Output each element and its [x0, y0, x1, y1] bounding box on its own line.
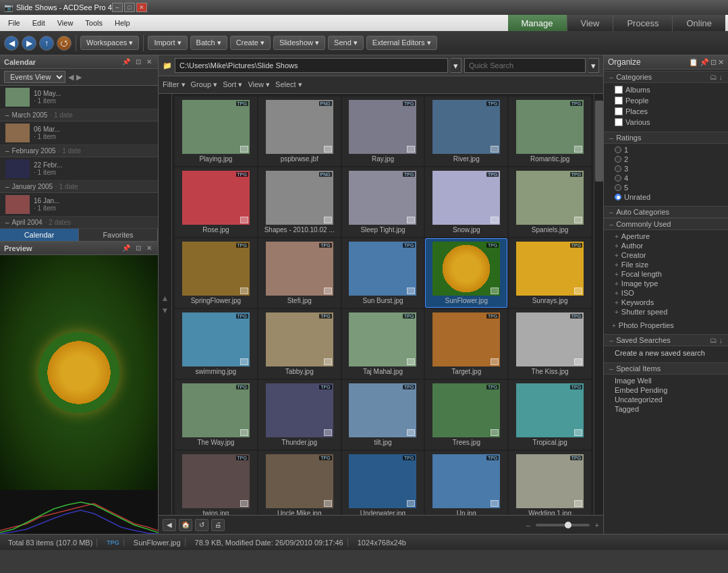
file-item[interactable]: TPGSnow.jpg	[425, 167, 507, 237]
grid-scroll-thumb[interactable]	[595, 101, 603, 182]
menu-file[interactable]: File	[3, 18, 26, 28]
people-checkbox[interactable]	[615, 97, 623, 105]
keywords-expand-icon[interactable]: +	[615, 299, 619, 306]
file-item[interactable]: TPGThe Kiss.jpg	[509, 309, 591, 379]
prop-keywords[interactable]: + Keywords	[615, 298, 723, 307]
file-item[interactable]: TPGRiver.jpg	[425, 97, 507, 166]
file-item[interactable]: TPGUp.jpg	[425, 451, 507, 515]
preview-panel-close[interactable]: ✕	[144, 244, 154, 252]
file-checkbox[interactable]	[407, 146, 415, 153]
maximize-button[interactable]: □	[124, 3, 135, 12]
imagetype-expand-icon[interactable]: +	[615, 280, 619, 288]
auto-categories-section-header[interactable]: – Auto Categories	[604, 206, 728, 218]
file-checkbox[interactable]	[407, 358, 415, 365]
file-item[interactable]: TPGSpaniels.jpg	[509, 167, 591, 237]
group-button[interactable]: Group ▾	[191, 80, 218, 89]
zoom-slider-track[interactable]	[536, 524, 590, 526]
cal-item-may10[interactable]: 10 May... · 1 item	[0, 86, 158, 109]
file-checkbox[interactable]	[324, 500, 332, 507]
various-checkbox[interactable]	[615, 118, 623, 126]
refresh-button[interactable]: ⭯	[57, 36, 72, 51]
menu-view[interactable]: View	[52, 18, 79, 28]
file-checkbox[interactable]	[574, 358, 582, 365]
external-editors-button[interactable]: External Editors ▾	[366, 36, 437, 50]
file-item[interactable]: PNGpspbrwse.jbf	[258, 97, 341, 166]
events-nav-prev[interactable]: ◀	[68, 73, 74, 82]
file-item[interactable]: TPGswimming.jpg	[175, 309, 257, 379]
file-item[interactable]: TPGUnderwater.jpg	[342, 451, 424, 515]
prop-photo-properties[interactable]: + Photo Properties	[609, 321, 723, 330]
organize-close-icon[interactable]: ✕	[718, 58, 724, 67]
file-checkbox[interactable]	[240, 217, 248, 223]
file-item[interactable]: TPGRomantic.jpg	[509, 97, 591, 166]
cal-group-jan-minus[interactable]: –	[5, 183, 9, 190]
file-item[interactable]: TPGStefi.jpg	[258, 238, 341, 308]
address-dropdown-button[interactable]: ▾	[451, 58, 461, 73]
menu-edit[interactable]: Edit	[27, 18, 51, 28]
menu-tools[interactable]: Tools	[80, 18, 108, 28]
file-item[interactable]: TPGTropical.jpg	[509, 380, 591, 449]
prop-aperture[interactable]: + Aperture	[615, 231, 723, 241]
file-checkbox[interactable]	[491, 217, 499, 223]
file-checkbox[interactable]	[491, 358, 499, 365]
preview-panel-float[interactable]: ⊡	[134, 244, 143, 252]
file-item[interactable]: TPGThunder.jpg	[258, 380, 341, 449]
photo-properties-expand-icon[interactable]: +	[612, 322, 616, 329]
categories-section-header[interactable]: – Categories 🗂 ↓	[604, 71, 728, 83]
file-checkbox[interactable]	[240, 146, 248, 153]
cb-home-button[interactable]: 🏠	[179, 519, 192, 531]
address-input[interactable]	[175, 58, 448, 73]
category-various[interactable]: Various	[615, 117, 723, 128]
forward-button[interactable]: ▶	[22, 36, 36, 51]
ratings-section-header[interactable]: – Ratings	[604, 132, 728, 144]
special-item-tagged[interactable]: Tagged	[615, 404, 723, 414]
calendar-panel-close[interactable]: ✕	[144, 57, 154, 66]
file-checkbox[interactable]	[574, 288, 582, 294]
saved-searches-add-icon[interactable]: 🗂	[710, 336, 717, 344]
file-checkbox[interactable]	[574, 500, 582, 507]
tab-manage[interactable]: Manage	[508, 15, 567, 31]
file-checkbox[interactable]	[491, 288, 499, 294]
search-input[interactable]	[464, 58, 586, 73]
rating-5-radio[interactable]	[615, 184, 621, 191]
file-item[interactable]: TPGThe Way.jpg	[175, 380, 257, 449]
tab-calendar[interactable]: Calendar	[0, 229, 79, 241]
tab-process[interactable]: Process	[613, 15, 672, 31]
rating-unrated-radio[interactable]	[615, 194, 621, 200]
file-item[interactable]: TPGTabby.jpg	[258, 309, 341, 379]
tab-favorites[interactable]: Favorites	[79, 229, 158, 241]
file-checkbox[interactable]	[407, 217, 415, 223]
filter-button[interactable]: Filter ▾	[163, 80, 186, 89]
prop-focallength[interactable]: + Focal length	[615, 269, 723, 279]
rating-3-radio[interactable]	[615, 165, 621, 172]
file-checkbox[interactable]	[574, 146, 582, 153]
prop-filesize[interactable]: + File size	[615, 260, 723, 269]
organize-pin-icon[interactable]: 📌	[700, 58, 709, 67]
tab-online[interactable]: Online	[672, 15, 725, 31]
file-item[interactable]: TPGSunFlower.jpg	[425, 238, 507, 308]
file-item[interactable]: TPGSleep Tight.jpg	[342, 167, 424, 237]
file-item[interactable]: PNGShapes - 2010.10.02 ...	[258, 167, 341, 237]
commonly-used-section-header[interactable]: – Commonly Used	[604, 218, 728, 230]
send-button[interactable]: Send ▾	[328, 36, 364, 50]
file-item[interactable]: TPGtilt.jpg	[342, 380, 424, 449]
file-checkbox[interactable]	[324, 288, 332, 294]
file-item[interactable]: TPGtwins.jpg	[175, 451, 257, 515]
rating-4-radio[interactable]	[615, 175, 621, 182]
nav-up-arrow[interactable]: ▲	[161, 294, 169, 303]
cal-group-march-minus[interactable]: –	[5, 111, 9, 119]
back-button[interactable]: ◀	[4, 36, 19, 51]
file-checkbox[interactable]	[240, 358, 248, 365]
file-checkbox[interactable]	[491, 146, 499, 153]
slideshow-button[interactable]: Slideshow ▾	[273, 36, 325, 50]
file-checkbox[interactable]	[324, 146, 332, 153]
workspaces-button[interactable]: Workspaces ▾	[80, 36, 139, 50]
search-dropdown-button[interactable]: ▾	[588, 58, 599, 73]
create-saved-search-button[interactable]: Create a new saved search	[615, 348, 723, 358]
cb-prev-button[interactable]: ◀	[163, 519, 176, 531]
grid-scrollbar[interactable]	[594, 94, 603, 515]
filesize-expand-icon[interactable]: +	[615, 261, 619, 269]
file-item[interactable]: TPGWedding 1.jpg	[509, 451, 591, 515]
prop-shutterspeed[interactable]: + Shutter speed	[615, 307, 723, 317]
rating-2-radio[interactable]	[615, 156, 621, 163]
